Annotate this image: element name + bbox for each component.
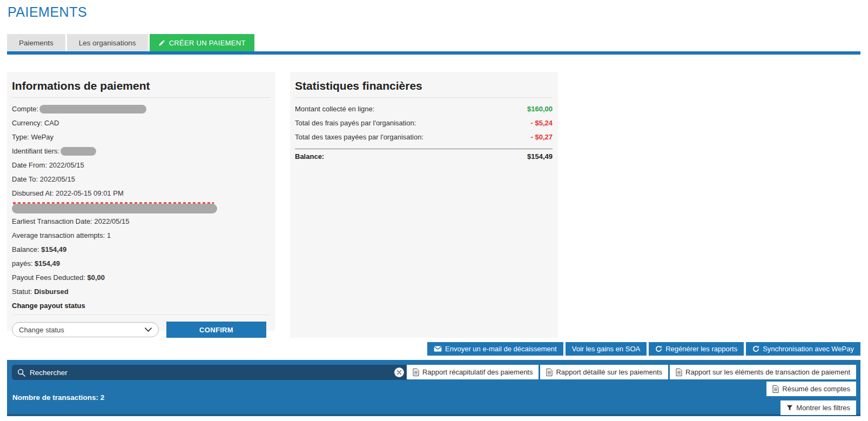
field-date-from: Date From: 2022/05/15 [12, 158, 270, 172]
payments-summary-report-button[interactable]: Rapport récapitulatif des paiements [407, 365, 539, 379]
field-balance: Balance: $154,49 [12, 243, 270, 257]
tab-paiements[interactable]: Paiements [7, 34, 65, 51]
document-icon [676, 369, 682, 376]
stat-taxes-paid: Total des taxes payées par l'organisatio… [295, 130, 553, 144]
redacted-third-party-id [60, 147, 96, 156]
field-payes: payés: $154,49 [12, 257, 270, 271]
chevron-down-icon [145, 328, 152, 332]
change-payout-status-heading: Change payout status [12, 299, 270, 313]
search-input[interactable] [30, 369, 394, 377]
filter-icon [786, 405, 793, 411]
regenerate-reports-button[interactable]: Regénérer les rapports [649, 342, 744, 356]
field-compte: Compte: [12, 102, 270, 116]
field-disbursed-at: Disbursed At: 2022-05-15 09:01 PM [12, 186, 270, 201]
payment-info-title: Informations de paiement [12, 78, 270, 98]
change-status-select[interactable]: Change status [12, 322, 159, 337]
document-icon [772, 385, 779, 393]
field-earliest-transaction-date: Earliest Transaction Date: 2022/05/15 [12, 215, 270, 229]
mail-icon [434, 346, 442, 352]
payment-info-panel: Informations de paiement Compte: Currenc… [7, 72, 275, 331]
show-filters-button[interactable]: Montrer les filtres [780, 400, 856, 415]
payments-detailed-report-button[interactable]: Rapport détaillé sur les paiements [540, 365, 668, 379]
financial-stats-title: Statistiques financières [295, 78, 553, 98]
financial-stats-panel: Statistiques financières Montant collect… [290, 72, 558, 338]
document-icon [413, 369, 419, 376]
document-icon [546, 369, 553, 376]
redacted-warning-line [12, 201, 270, 215]
transaction-items-report-button[interactable]: Rapport sur les éléments de transaction … [670, 365, 856, 379]
refresh-icon [655, 345, 662, 352]
create-payment-button[interactable]: CRÉER UN PAIEMENT [150, 34, 254, 51]
actions-row: Envoyer un e-mail de décaissement Voir l… [427, 342, 860, 356]
clear-search-icon[interactable] [394, 367, 404, 377]
search-icon [17, 369, 25, 377]
change-status-selected-value: Change status [19, 326, 64, 334]
pencil-icon [158, 39, 165, 46]
balance-label: Balance: [295, 149, 324, 164]
create-payment-label: CRÉER UN PAIEMENT [169, 39, 246, 47]
transactions-toolbar: Nombre de transactions: 2 Rapport récapi… [7, 360, 860, 416]
search-box [12, 365, 409, 380]
tab-les-organisations[interactable]: Les organisations [67, 34, 148, 51]
tabs-row: Paiements Les organisations CRÉER UN PAI… [7, 34, 254, 51]
field-average-attempts: Average transaction attempts: 1 [12, 229, 270, 243]
field-identifiant-tiers: Identifiant tiers: [12, 144, 270, 158]
confirm-button[interactable]: CONFIRM [166, 322, 266, 338]
accounts-summary-button[interactable]: Résumé des comptes [766, 382, 856, 396]
tabs-underline [7, 51, 860, 55]
field-statut: Statut: Disbursed [12, 285, 270, 299]
field-type: Type: WePay [12, 130, 270, 144]
stat-balance-row: Balance: $154,49 [295, 149, 553, 164]
redacted-account-value [39, 105, 146, 113]
reports-row: Rapport récapitulatif des paiements Rapp… [407, 365, 856, 379]
sync-wepay-button[interactable]: Synchronisation avec WePay [746, 342, 860, 356]
refresh-icon [752, 345, 759, 352]
redaction-bar [12, 204, 217, 213]
send-disbursement-email-button[interactable]: Envoyer un e-mail de décaissement [427, 342, 563, 356]
field-date-to: Date To: 2022/05/15 [12, 172, 270, 186]
transactions-count: Nombre de transactions: 2 [12, 393, 104, 402]
balance-value: $154,49 [527, 149, 553, 164]
field-payout-fees: Payout Fees Deducted: $0,00 [12, 271, 270, 285]
page-title: PAIEMENTS [8, 4, 87, 20]
view-soa-earnings-button[interactable]: Voir les gains en SOA [566, 342, 647, 356]
divider [12, 315, 270, 315]
stat-collected-online: Montant collecté en ligne: $160,00 [295, 102, 553, 116]
field-currency: Currency: CAD [12, 116, 270, 130]
stat-fees-paid: Total des frais payés par l'organisation… [295, 116, 553, 130]
